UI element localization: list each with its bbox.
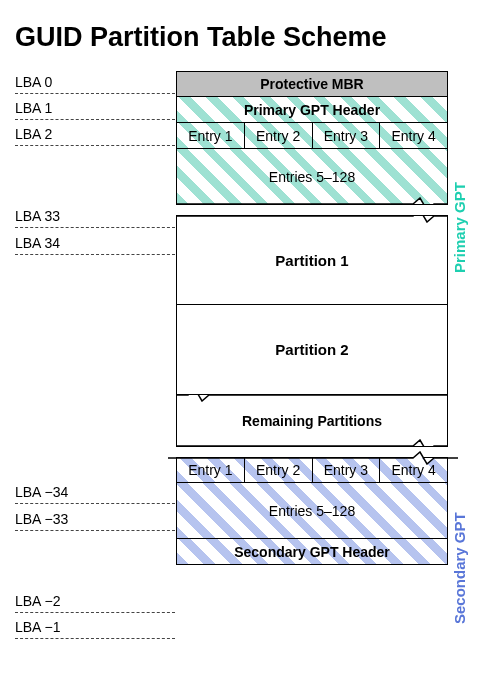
- entry-1: Entry 1: [177, 123, 245, 148]
- lba-neg33: LBA −33: [15, 511, 175, 531]
- lba-1: LBA 1: [15, 100, 175, 120]
- secondary-entries-1-4: Entry 1 Entry 2 Entry 3 Entry 4: [176, 457, 448, 483]
- lba-34: LBA 34: [15, 235, 175, 255]
- secondary-entries-rest-label: Entries 5–128: [269, 503, 355, 519]
- diagram-body: LBA 0 LBA 1 LBA 2 LBA 33 LBA 34 LBA −34 …: [0, 71, 500, 651]
- remaining-label: Remaining Partitions: [242, 413, 382, 429]
- primary-header-label: Primary GPT Header: [244, 102, 380, 118]
- partition-1: Partition 1: [176, 215, 448, 305]
- primary-gpt-header: Primary GPT Header: [176, 97, 448, 123]
- torn-edge-icon: [168, 451, 458, 465]
- block-column: Protective MBR Primary GPT Header Entry …: [176, 71, 448, 565]
- secondary-entries-5-128: Entries 5–128: [176, 483, 448, 539]
- mbr-label: Protective MBR: [260, 76, 363, 92]
- secondary-gpt-side-label: Secondary GPT: [451, 503, 468, 633]
- lba-neg2: LBA −2: [15, 593, 175, 613]
- lba-2: LBA 2: [15, 126, 175, 146]
- torn-edge-icon: [176, 197, 448, 205]
- secondary-header-label: Secondary GPT Header: [234, 544, 390, 560]
- lba-neg34: LBA −34: [15, 484, 175, 504]
- torn-edge-icon: [176, 215, 448, 223]
- secondary-gpt-header: Secondary GPT Header: [176, 539, 448, 565]
- torn-edge-icon: [176, 439, 448, 447]
- diagram-title: GUID Partition Table Scheme: [0, 0, 500, 71]
- primary-entries-5-128: Entries 5–128: [176, 149, 448, 205]
- partition-2-label: Partition 2: [275, 341, 348, 358]
- gap: [176, 205, 448, 215]
- primary-entries-1-4: Entry 1 Entry 2 Entry 3 Entry 4: [176, 123, 448, 149]
- lba-33: LBA 33: [15, 208, 175, 228]
- lba-0: LBA 0: [15, 74, 175, 94]
- primary-gpt-side-label: Primary GPT: [451, 163, 468, 293]
- torn-edge-icon: [176, 395, 448, 402]
- protective-mbr: Protective MBR: [176, 71, 448, 97]
- lba-neg1: LBA −1: [15, 619, 175, 639]
- entry-4: Entry 4: [380, 123, 447, 148]
- partition-1-label: Partition 1: [275, 252, 348, 269]
- entry-3: Entry 3: [313, 123, 381, 148]
- entry-2: Entry 2: [245, 123, 313, 148]
- primary-entries-rest-label: Entries 5–128: [269, 169, 355, 185]
- partition-2: Partition 2: [176, 305, 448, 395]
- remaining-partitions: Remaining Partitions: [176, 395, 448, 447]
